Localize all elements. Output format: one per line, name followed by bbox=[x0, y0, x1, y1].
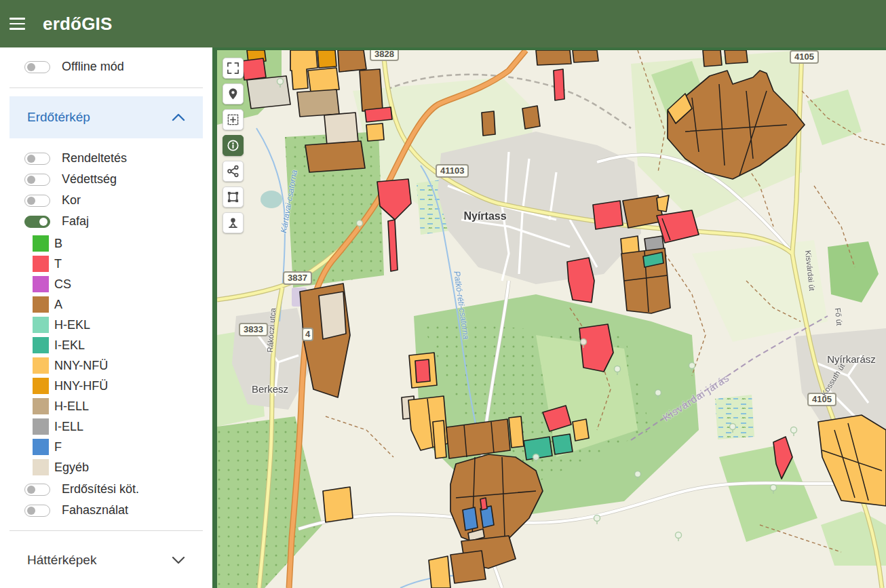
surveyor-button[interactable] bbox=[223, 212, 244, 233]
layer-row-rendeltetes: Rendeltetés bbox=[0, 148, 212, 169]
legend-swatch-nny-nfu bbox=[33, 357, 49, 374]
layer-row-vedettseg: Védettség bbox=[0, 169, 212, 190]
layer-row-erdositesi: Erdősítési köt. bbox=[0, 479, 212, 500]
section-erdoterkep[interactable]: Erdőtérkép bbox=[9, 96, 203, 138]
legend-swatch-hny-hfu bbox=[33, 378, 49, 394]
fafaj-legend: B T CS A H-EKL I-EKL NNY-NFÜ HNY-HFÜ H-E… bbox=[0, 233, 212, 477]
legend-swatch-f bbox=[33, 439, 49, 455]
legend-item: A bbox=[0, 294, 212, 315]
legend-item: NNY-NFÜ bbox=[0, 355, 212, 376]
legend-label-cs: CS bbox=[54, 277, 71, 292]
fullscreen-button[interactable] bbox=[223, 58, 244, 79]
share-button[interactable] bbox=[223, 161, 244, 182]
map-viewport[interactable]: 3828 41103 3837 3833 4 4105 4105 Nyírtas… bbox=[212, 47, 886, 588]
sidebar-divider bbox=[9, 530, 203, 531]
info-button[interactable] bbox=[223, 135, 244, 156]
app-header: erdőGIS bbox=[0, 0, 886, 47]
select-extent-button[interactable] bbox=[223, 109, 244, 130]
legend-item: H-EKL bbox=[0, 315, 212, 335]
fafaj-toggle[interactable] bbox=[24, 216, 50, 228]
fahasznalat-label: Fahasználat bbox=[62, 503, 128, 517]
legend-item: F bbox=[0, 437, 212, 457]
offline-mode-label: Offline mód bbox=[62, 60, 124, 74]
legend-swatch-b bbox=[33, 235, 49, 252]
section-hatterkepek-label: Háttérképek bbox=[27, 553, 96, 568]
hamburger-menu-button[interactable] bbox=[9, 10, 37, 37]
legend-item: H-ELL bbox=[0, 396, 212, 416]
offline-mode-toggle[interactable] bbox=[24, 61, 50, 73]
legend-label-f: F bbox=[54, 440, 62, 454]
kor-toggle[interactable] bbox=[24, 195, 50, 207]
app-window: erdőGIS Offline mód Erdőtérkép Rendeltet… bbox=[0, 0, 886, 588]
legend-label-a: A bbox=[54, 298, 62, 312]
legend-item: T bbox=[0, 254, 212, 274]
layer-row-fahasznalat: Fahasználat bbox=[0, 500, 212, 521]
layer-row-kor: Kor bbox=[0, 190, 212, 211]
legend-label-hny-hfu: HNY-HFÜ bbox=[54, 379, 108, 393]
vedettseg-toggle[interactable] bbox=[24, 174, 50, 186]
offline-mode-row: Offline mód bbox=[0, 56, 212, 78]
legend-label-t: T bbox=[54, 257, 62, 271]
legend-item: CS bbox=[0, 274, 212, 294]
chevron-down-icon bbox=[172, 556, 185, 564]
legend-item: I-EKL bbox=[0, 335, 212, 355]
legend-swatch-i-ekl bbox=[33, 337, 49, 353]
legend-item: HNY-HFÜ bbox=[0, 376, 212, 396]
legend-label-i-ell: I-ELL bbox=[54, 420, 83, 434]
legend-swatch-h-ell bbox=[33, 398, 49, 414]
kor-label: Kor bbox=[62, 193, 81, 208]
legend-label-egyeb: Egyéb bbox=[54, 460, 89, 475]
locate-button[interactable] bbox=[223, 83, 244, 104]
layer-sidebar: Offline mód Erdőtérkép Rendeltetés Védet… bbox=[0, 47, 212, 588]
fafaj-label: Fafaj bbox=[62, 214, 89, 229]
legend-swatch-i-ell bbox=[33, 418, 49, 435]
legend-label-h-ekl: H-EKL bbox=[54, 318, 90, 332]
chevron-up-icon bbox=[172, 113, 185, 121]
legend-label-b: B bbox=[54, 237, 62, 251]
section-hatterkepek[interactable]: Háttérképek bbox=[9, 539, 203, 581]
rendeltetes-label: Rendeltetés bbox=[62, 151, 127, 165]
rendeltetes-toggle[interactable] bbox=[24, 153, 50, 165]
legend-item: I-ELL bbox=[0, 416, 212, 437]
legend-swatch-h-ekl bbox=[33, 317, 49, 333]
map-toolbar bbox=[223, 58, 244, 233]
map-canvas[interactable] bbox=[217, 50, 886, 588]
legend-swatch-t bbox=[33, 256, 49, 272]
app-title: erdőGIS bbox=[43, 14, 113, 35]
sidebar-divider bbox=[9, 87, 203, 88]
erdositesi-toggle[interactable] bbox=[24, 484, 50, 496]
polygon-select-button[interactable] bbox=[223, 187, 244, 208]
legend-swatch-egyeb bbox=[33, 459, 49, 475]
legend-label-i-ekl: I-EKL bbox=[54, 338, 85, 353]
fahasznalat-toggle[interactable] bbox=[24, 505, 50, 517]
vedettseg-label: Védettség bbox=[62, 172, 117, 187]
legend-item: Egyéb bbox=[0, 457, 212, 477]
legend-item: B bbox=[0, 233, 212, 254]
legend-swatch-a bbox=[33, 296, 49, 313]
legend-label-nny-nfu: NNY-NFÜ bbox=[54, 359, 108, 373]
legend-swatch-cs bbox=[33, 276, 49, 292]
legend-label-h-ell: H-ELL bbox=[54, 399, 89, 414]
erdositesi-label: Erdősítési köt. bbox=[62, 482, 139, 496]
section-erdoterkep-label: Erdőtérkép bbox=[27, 110, 90, 125]
layer-row-fafaj: Fafaj bbox=[0, 211, 212, 232]
